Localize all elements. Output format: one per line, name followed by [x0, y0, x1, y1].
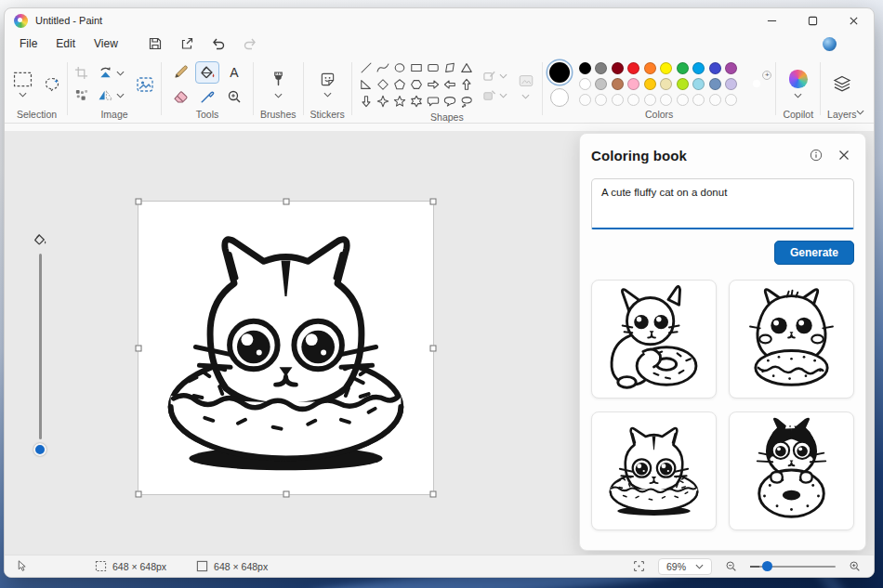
shape-rectangle[interactable] — [409, 59, 425, 75]
brushes-button[interactable] — [271, 71, 285, 98]
magnifier-tool[interactable] — [227, 89, 242, 104]
color1-swatch[interactable] — [549, 62, 570, 83]
pencil-tool[interactable] — [173, 64, 189, 80]
shape-speech-bubble-oval[interactable] — [442, 93, 458, 109]
stickers-button[interactable] — [320, 72, 336, 98]
palette-swatch-empty[interactable] — [627, 94, 639, 106]
zoom-in-icon[interactable] — [849, 560, 861, 572]
color2-swatch[interactable] — [550, 88, 569, 107]
eraser-tool[interactable] — [173, 89, 189, 103]
shape-arrow-left[interactable] — [442, 76, 458, 92]
shape-six-point-star[interactable] — [409, 93, 425, 109]
palette-swatch[interactable] — [644, 78, 656, 90]
shape-diamond[interactable] — [376, 76, 391, 92]
color-picker-tool[interactable] — [200, 89, 215, 104]
zoom-slider-thumb[interactable] — [762, 561, 772, 571]
redo-icon[interactable] — [243, 36, 257, 51]
prompt-input[interactable]: A cute fluffy cat on a donut — [591, 178, 854, 229]
palette-swatch[interactable] — [627, 62, 639, 74]
palette-swatch[interactable] — [677, 62, 689, 74]
menu-edit[interactable]: Edit — [46, 35, 85, 52]
palette-swatch[interactable] — [595, 62, 607, 74]
palette-swatch[interactable] — [709, 62, 721, 74]
shape-curve[interactable] — [376, 59, 391, 75]
shape-five-point-star[interactable] — [392, 93, 408, 109]
palette-swatch-empty[interactable] — [677, 94, 689, 106]
generate-button[interactable]: Generate — [774, 241, 854, 265]
palette-swatch[interactable] — [644, 62, 656, 74]
shape-oval[interactable] — [392, 59, 408, 75]
palette-swatch[interactable] — [677, 78, 689, 90]
shape-pentagon[interactable] — [392, 76, 408, 92]
selection-handle-ne[interactable] — [430, 199, 437, 205]
palette-swatch[interactable] — [579, 62, 591, 74]
info-icon[interactable] — [806, 145, 826, 165]
zoom-out-icon[interactable] — [725, 560, 737, 572]
menu-file[interactable]: File — [16, 35, 46, 52]
zoom-slider[interactable] — [750, 566, 836, 568]
palette-swatch-empty[interactable] — [725, 94, 737, 106]
thumbnail-cat-head-in-donut[interactable] — [591, 412, 717, 530]
account-avatar[interactable] — [823, 37, 837, 51]
shape-heart[interactable] — [359, 110, 375, 111]
shape-four-point-star[interactable] — [376, 93, 391, 109]
layers-button[interactable] — [833, 75, 851, 93]
share-icon[interactable] — [179, 36, 194, 51]
copilot-button[interactable] — [789, 70, 808, 98]
palette-swatch[interactable] — [692, 62, 705, 74]
selection-handle-se[interactable] — [430, 491, 437, 498]
remove-background-icon[interactable] — [136, 75, 154, 94]
crop-icon[interactable] — [74, 66, 88, 80]
undo-icon[interactable] — [211, 36, 226, 51]
palette-swatch-empty[interactable] — [644, 94, 656, 106]
slider-track[interactable] — [39, 254, 42, 439]
rotate-button[interactable] — [98, 66, 125, 80]
save-icon[interactable] — [148, 36, 163, 51]
shape-right-triangle[interactable] — [359, 76, 375, 92]
flip-button[interactable] — [98, 89, 125, 101]
fit-to-screen-icon[interactable] — [633, 560, 645, 572]
selection-handle-n[interactable] — [283, 199, 289, 205]
palette-swatch[interactable] — [579, 78, 591, 90]
collapse-ribbon-chevron[interactable] — [856, 110, 864, 115]
minimize-button[interactable] — [751, 8, 792, 33]
palette-swatch-empty[interactable] — [709, 94, 721, 106]
palette-swatch[interactable] — [725, 62, 737, 74]
close-button[interactable] — [833, 8, 874, 33]
selection-handle-nw[interactable] — [136, 199, 142, 205]
zoom-level-dropdown[interactable]: 69% — [658, 558, 712, 575]
selection-handle-e[interactable] — [430, 345, 437, 351]
palette-swatch-empty[interactable] — [660, 94, 672, 106]
panel-close-icon[interactable] — [834, 145, 854, 165]
palette-swatch[interactable] — [709, 78, 721, 90]
shape-triangle[interactable] — [459, 59, 475, 75]
palette-swatch[interactable] — [612, 78, 624, 90]
shape-arrow-right[interactable] — [426, 76, 442, 92]
freeform-select-button[interactable] — [44, 76, 60, 93]
palette-swatch[interactable] — [692, 78, 705, 90]
text-tool[interactable]: A — [230, 65, 238, 80]
edit-colors-button[interactable]: + — [746, 73, 769, 96]
shape-arrow-down[interactable] — [359, 93, 375, 109]
tool-size-slider[interactable] — [27, 233, 53, 456]
palette-swatch-empty[interactable] — [692, 94, 705, 106]
palette-swatch[interactable] — [595, 78, 607, 90]
drawing-canvas[interactable] — [138, 202, 433, 494]
fill-tool-selected[interactable] — [195, 61, 219, 84]
shape-hexagon[interactable] — [409, 76, 425, 92]
shape-rounded-rectangle[interactable] — [426, 59, 442, 75]
palette-swatch-empty[interactable] — [612, 94, 624, 106]
thumbnail-cat-hugging-donut[interactable] — [591, 280, 717, 399]
selection-handle-s[interactable] — [283, 491, 289, 498]
resize-icon[interactable] — [74, 88, 88, 102]
palette-swatch-empty[interactable] — [579, 94, 591, 106]
slider-thumb[interactable] — [33, 443, 46, 456]
shape-speech-bubble-rounded[interactable] — [426, 93, 442, 109]
shape-lightning[interactable] — [376, 110, 391, 111]
thumbnail-round-cat-on-donut[interactable] — [729, 280, 854, 399]
rectangle-select-button[interactable] — [13, 72, 33, 98]
palette-swatch[interactable] — [627, 78, 639, 90]
palette-swatch[interactable] — [725, 78, 737, 90]
menu-view[interactable]: View — [85, 35, 127, 52]
selection-handle-w[interactable] — [136, 345, 142, 351]
